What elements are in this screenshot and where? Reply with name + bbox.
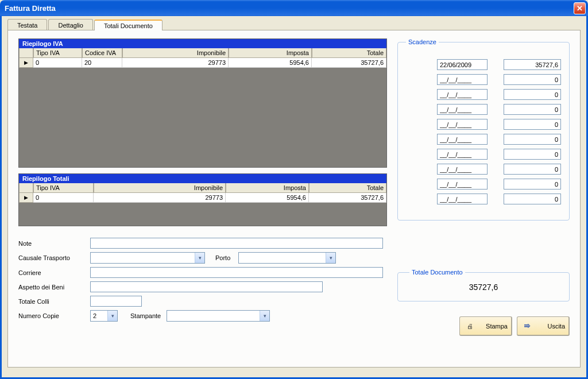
scadenze-legend: Scadenze xyxy=(406,38,439,45)
cell-imponibile: 29773 xyxy=(94,193,226,203)
riepilogo-iva-grid[interactable]: Riepilogo IVA Tipo IVA Codice IVA Imponi… xyxy=(18,38,387,168)
corriere-input[interactable] xyxy=(90,267,383,278)
scadenza-date-input[interactable] xyxy=(437,179,488,190)
uscita-button[interactable]: ⭆ Uscita xyxy=(517,316,570,336)
scadenza-amount-input[interactable] xyxy=(504,134,561,145)
riepilogo-iva-title: Riepilogo IVA xyxy=(19,39,386,48)
scadenza-date-input[interactable] xyxy=(437,134,488,145)
scadenza-row xyxy=(406,89,561,100)
chevron-down-icon: ▾ xyxy=(260,311,269,321)
uscita-label: Uscita xyxy=(538,323,565,330)
titlebar: Fattura Diretta ✕ xyxy=(0,0,588,16)
scadenza-date-input[interactable] xyxy=(437,194,488,204)
scadenza-row xyxy=(406,149,561,160)
riepilogo-totali-header: Tipo IVA Imponibile Imposta Totale xyxy=(19,183,386,193)
cell-codice: 20 xyxy=(82,58,122,68)
table-row[interactable]: ▶ 0 20 29773 5954,6 35727,6 xyxy=(19,58,386,68)
riepilogo-iva-header: Tipo IVA Codice IVA Imponibile Imposta T… xyxy=(19,48,386,58)
cell-tipo: 0 xyxy=(33,58,82,68)
stampante-combo[interactable]: ▾ xyxy=(167,310,270,322)
note-input[interactable] xyxy=(90,238,383,249)
col-imposta: Imposta xyxy=(229,48,312,58)
corriere-label: Corriere xyxy=(18,269,90,276)
note-label: Note xyxy=(18,240,90,247)
scadenza-date-input[interactable] xyxy=(437,59,488,70)
scadenza-row xyxy=(406,134,561,145)
table-row[interactable]: ▶ 0 29773 5954,6 35727,6 xyxy=(19,193,386,203)
chevron-down-icon: ▾ xyxy=(326,253,335,263)
totale-colli-input[interactable] xyxy=(90,296,142,307)
scadenza-date-input[interactable] xyxy=(437,149,488,160)
exit-icon: ⭆ xyxy=(521,320,533,332)
cell-tipo: 0 xyxy=(33,193,94,203)
porto-label: Porto xyxy=(215,254,230,261)
col-totale: Totale xyxy=(309,183,386,193)
cell-imposta: 5954,6 xyxy=(229,58,312,68)
scadenza-date-input[interactable] xyxy=(437,119,488,130)
scadenza-amount-input[interactable] xyxy=(504,74,561,85)
tab-strip: Testata Dettaglio Totali Documento xyxy=(7,19,581,30)
cell-imponibile: 29773 xyxy=(122,58,229,68)
col-codice-iva: Codice IVA xyxy=(82,48,122,58)
col-totale: Totale xyxy=(312,48,386,58)
stampante-label: Stampante xyxy=(130,312,161,319)
stampa-label: Stampa xyxy=(481,323,508,330)
scadenza-amount-input[interactable] xyxy=(504,194,561,204)
col-tipo-iva: Tipo IVA xyxy=(33,48,82,58)
col-tipo-iva: Tipo IVA xyxy=(33,183,94,193)
scadenza-amount-input[interactable] xyxy=(504,179,561,190)
totale-documento-value: 35727,6 xyxy=(409,283,558,292)
causale-label: Causale Trasporto xyxy=(18,254,90,261)
scadenza-row xyxy=(406,164,561,175)
scadenza-date-input[interactable] xyxy=(437,104,488,115)
cell-totale: 35727,6 xyxy=(312,58,386,68)
scadenza-amount-input[interactable] xyxy=(504,89,561,100)
scadenza-date-input[interactable] xyxy=(437,89,488,100)
col-imposta: Imposta xyxy=(226,183,309,193)
scadenza-amount-input[interactable] xyxy=(504,59,561,70)
printer-icon: 🖨 xyxy=(463,320,476,332)
scadenza-row xyxy=(406,59,561,70)
scadenza-row xyxy=(406,179,561,190)
copie-label: Numero Copie xyxy=(18,312,90,319)
scadenza-date-input[interactable] xyxy=(437,164,488,175)
scadenza-amount-input[interactable] xyxy=(504,119,561,130)
aspetto-beni-input[interactable] xyxy=(90,281,323,292)
riepilogo-totali-title: Riepilogo Totali xyxy=(19,174,386,183)
window-title: Fattura Diretta xyxy=(5,4,56,13)
stampa-button[interactable]: 🖨 Stampa xyxy=(459,316,512,336)
totale-documento-box: Totale Documento 35727,6 xyxy=(397,269,570,301)
cell-imposta: 5954,6 xyxy=(226,193,309,203)
scadenza-amount-input[interactable] xyxy=(504,164,561,175)
aspetto-label: Aspetto dei Beni xyxy=(18,284,90,291)
causale-trasporto-combo[interactable]: ▾ xyxy=(90,252,205,264)
scadenza-row xyxy=(406,74,561,85)
tab-testata[interactable]: Testata xyxy=(7,19,47,30)
scadenza-row xyxy=(406,119,561,130)
scadenza-row xyxy=(406,104,561,115)
row-marker: ▶ xyxy=(19,58,33,68)
totale-documento-legend: Totale Documento xyxy=(409,269,465,276)
tab-content: Riepilogo IVA Tipo IVA Codice IVA Imponi… xyxy=(7,30,581,368)
col-imponibile: Imponibile xyxy=(94,183,226,193)
scadenza-row xyxy=(406,194,561,204)
tab-dettaglio[interactable]: Dettaglio xyxy=(48,19,92,30)
scadenza-amount-input[interactable] xyxy=(504,149,561,160)
cell-totale: 35727,6 xyxy=(309,193,386,203)
scadenze-box: Scadenze xyxy=(397,38,570,221)
porto-combo[interactable]: ▾ xyxy=(238,252,336,264)
riepilogo-totali-grid[interactable]: Riepilogo Totali Tipo IVA Imponibile Imp… xyxy=(18,173,387,226)
chevron-down-icon: ▾ xyxy=(107,311,117,321)
colli-label: Totale Colli xyxy=(18,298,90,305)
numero-copie-combo[interactable]: 2 ▾ xyxy=(90,310,118,322)
close-icon[interactable]: ✕ xyxy=(574,2,586,14)
col-imponibile: Imponibile xyxy=(122,48,229,58)
chevron-down-icon: ▾ xyxy=(195,253,204,263)
scadenza-amount-input[interactable] xyxy=(504,104,561,115)
tab-totali-documento[interactable]: Totali Documento xyxy=(94,20,163,30)
scadenza-date-input[interactable] xyxy=(437,74,488,85)
row-marker: ▶ xyxy=(19,193,33,203)
